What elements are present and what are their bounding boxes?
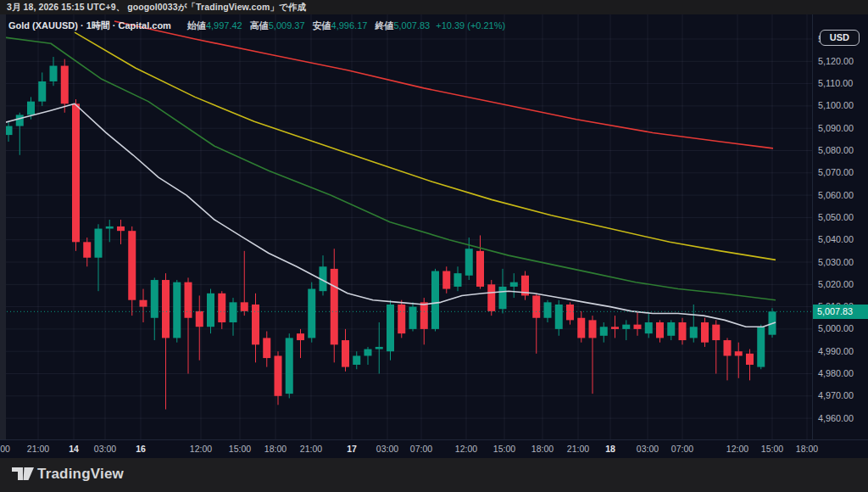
candle-body	[297, 333, 304, 340]
candle-body	[95, 229, 103, 258]
candle-body	[173, 282, 181, 338]
candle-body	[196, 311, 203, 327]
time-tick-label: 12:00	[190, 440, 212, 458]
price-tick-label: 5,080.00	[818, 145, 854, 156]
open-value: 4,997.42	[206, 20, 242, 31]
price-tick-label: 5,030.00	[818, 257, 854, 268]
time-tick-label: 12:00	[726, 440, 748, 458]
price-tick-label: 5,050.00	[818, 212, 854, 223]
candle-body	[555, 305, 563, 329]
candle-body	[589, 320, 597, 338]
candle-body	[431, 271, 439, 329]
tradingview-brand[interactable]: TradingView	[37, 466, 124, 483]
candle-body	[634, 325, 642, 329]
candle-body	[331, 269, 338, 344]
candle-body	[757, 327, 765, 366]
tradingview-logo-icon[interactable]	[12, 467, 34, 481]
price-tick-label: 5,060.00	[818, 190, 854, 201]
candle-body	[712, 325, 720, 340]
candle-body	[151, 280, 159, 318]
chart-area[interactable]: Gold (XAUUSD) · 1時間 · Capital.com始値4,997…	[0, 14, 868, 458]
time-tick-label: 14	[69, 440, 79, 458]
price-axis[interactable]: 5,130.005,120.005,110.005,100.005,090.00…	[812, 14, 868, 439]
candle-body	[27, 102, 35, 115]
candle-body	[106, 226, 114, 229]
price-tick-label: 4,970.00	[818, 390, 854, 401]
open-label: 始値	[187, 20, 206, 31]
candle-body	[409, 307, 417, 329]
low-label: 安値	[313, 20, 331, 31]
time-tick-label: 07:00	[671, 440, 693, 458]
candle-body	[207, 294, 214, 327]
candle-body	[611, 327, 619, 329]
time-tick-label: 18:00	[531, 440, 554, 458]
time-tick-label: 17	[347, 440, 357, 458]
candle-body	[476, 251, 484, 287]
candle-body	[308, 289, 315, 338]
candle-body	[252, 305, 259, 344]
time-tick-label: 00	[0, 440, 10, 458]
candlestick-chart[interactable]	[0, 14, 868, 458]
candle-body	[690, 327, 698, 338]
candle-body	[38, 81, 46, 102]
time-tick-label: 18	[605, 440, 615, 458]
candle-body	[622, 325, 630, 329]
candle-body	[656, 322, 664, 338]
time-tick-label: 16	[136, 440, 146, 458]
candle-body	[701, 322, 709, 343]
price-tick-label: 4,990.00	[818, 346, 854, 357]
close-value: 5,007.83	[393, 20, 430, 31]
time-tick-label: 21:00	[27, 440, 49, 458]
time-tick-label: 03:00	[637, 440, 659, 458]
candle-body	[645, 322, 653, 333]
candle-body	[275, 355, 282, 395]
candle-body	[342, 340, 349, 367]
candle-body	[724, 340, 732, 355]
price-tick-label: 5,100.00	[818, 100, 854, 111]
price-tick-label: 4,980.00	[818, 368, 854, 379]
time-tick-label: 15:00	[229, 440, 251, 458]
candle-body	[83, 242, 91, 257]
time-tick-label: 12:00	[455, 440, 477, 458]
candle-body	[364, 349, 372, 356]
candle-body	[442, 271, 450, 289]
time-tick-label: 18:00	[796, 440, 818, 458]
time-tick-label: 15:00	[493, 440, 515, 458]
candle-body	[353, 355, 360, 365]
candle-body	[577, 318, 585, 338]
candle-body	[185, 282, 192, 318]
candle-body	[286, 338, 293, 394]
time-axis[interactable]: 0021:001403:001612:0015:0018:0021:001703…	[0, 439, 868, 458]
candle-body	[398, 305, 405, 333]
candle-body	[465, 249, 473, 276]
currency-button[interactable]: USD	[820, 30, 860, 46]
candle-body	[454, 273, 462, 287]
time-tick-label: 21:00	[300, 440, 322, 458]
candle-body	[600, 327, 608, 336]
candle-body	[263, 338, 270, 358]
candle-body	[72, 103, 80, 242]
candle-body	[61, 66, 69, 104]
footer-bar: TradingView	[0, 458, 868, 492]
candle-body	[50, 66, 58, 81]
time-tick-label: 07:00	[410, 440, 432, 458]
low-value: 4,996.17	[331, 20, 368, 31]
pane-left-edge	[0, 14, 6, 439]
candle-body	[230, 302, 237, 322]
candle-body	[420, 302, 428, 329]
price-tick-label: 5,020.00	[818, 279, 854, 290]
candle-body	[487, 284, 495, 311]
symbol-title: Gold (XAUUSD) · 1時間 · Capital.com	[8, 20, 171, 31]
candle-body	[241, 302, 248, 311]
time-tick-label: 03:00	[94, 440, 116, 458]
candle-body	[117, 226, 125, 231]
candle-body	[532, 295, 540, 317]
candle-body	[544, 302, 552, 317]
candle-body	[140, 300, 147, 307]
price-tick-label: 5,090.00	[818, 123, 854, 134]
time-tick-label: 18:00	[264, 440, 287, 458]
price-tick-label: 5,000.00	[818, 323, 854, 334]
candles-layer	[5, 57, 776, 410]
high-label: 高値	[250, 20, 269, 31]
attribution-bar: 3月 18, 2026 15:15 UTC+9、 googol0033が「Tra…	[0, 0, 868, 14]
